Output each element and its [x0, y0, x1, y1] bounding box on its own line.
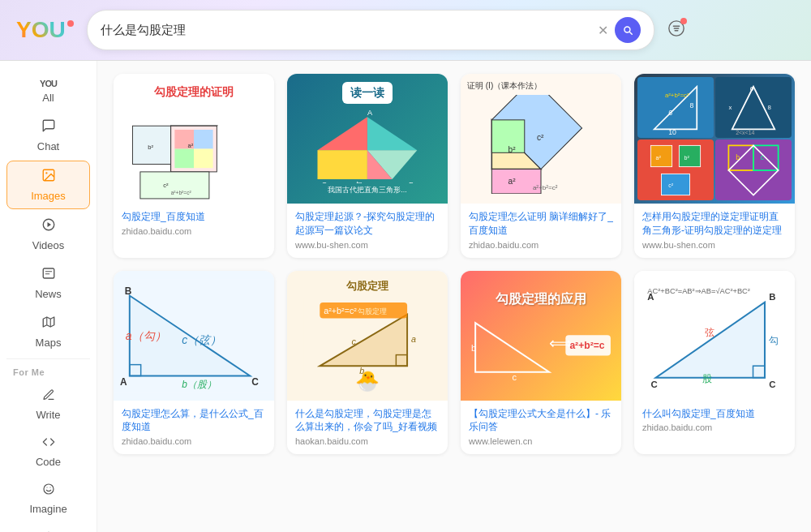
svg-marker-21 [367, 117, 417, 150]
svg-text:A: A [367, 109, 373, 117]
image-grid: 勾股定理的证明 [114, 74, 795, 454]
search-input[interactable] [101, 24, 598, 37]
card7-title: 【勾股定理公式大全是什么】- 乐乐问答 [469, 407, 613, 435]
svg-text:AC²+BC²=AB²⇒AB=√AC²+BC²: AC²+BC²=AB²⇒AB=√AC²+BC² [647, 287, 750, 295]
image-card-1[interactable]: 勾股定理的证明 [114, 74, 274, 258]
image-card-8[interactable]: A B C C 弦 勾 股 AC²+BC²=AB²⇒AB=√AC²+BC² [634, 271, 795, 455]
svg-point-5 [44, 484, 54, 494]
svg-text:B: B [769, 291, 775, 301]
image-card-5[interactable]: c（弦） a（勾） B A C b（股） 勾股定理怎么算，是什么公式_百度知道 … [114, 271, 274, 455]
images-icon [41, 168, 56, 187]
card2-bottom-text: 我国古代把直角三角形... [328, 185, 407, 195]
sidebar-item-write[interactable]: Write [6, 382, 90, 427]
card6-title-text: 勾股定理 [346, 279, 388, 294]
sidebar-item-all[interactable]: YOU All [6, 72, 90, 110]
svg-text:8: 8 [768, 103, 772, 110]
card5-domain: zhidao.baidu.com [122, 436, 266, 446]
svg-text:8: 8 [690, 101, 694, 109]
videos-icon [41, 217, 56, 236]
sidebar-item-news[interactable]: News [6, 260, 90, 307]
sidebar-label-code: Code [36, 456, 61, 468]
image-card-7[interactable]: 勾股定理的应用 b c ⟺ a²+b²=c AC²+B [461, 271, 621, 455]
search-clear-button[interactable]: ✕ [598, 23, 608, 38]
svg-rect-16 [194, 149, 213, 169]
write-icon [42, 388, 55, 405]
svg-text:b: b [471, 343, 476, 353]
card1-title: 勾股定理_百度知道 [122, 210, 266, 224]
card4-sq1: a² b² c² [647, 142, 704, 199]
sidebar-item-maps[interactable]: Maps [6, 308, 90, 355]
svg-text:b（股）: b（股） [182, 379, 217, 390]
card6-domain: haokan.baidu.com [295, 436, 440, 446]
svg-text:6: 6 [750, 85, 754, 92]
sidebar-label-imagine: Imagine [29, 503, 67, 515]
sidebar-item-images[interactable]: Images [6, 161, 90, 209]
card-image-5: c（弦） a（勾） B A C b（股） [114, 271, 274, 401]
svg-text:c²: c² [163, 182, 169, 189]
svg-rect-14 [194, 130, 213, 149]
filter-button[interactable] [667, 19, 685, 41]
card4-info: 怎样用勾股定理的逆定理证明直角三角形-证明勾股定理的逆定理 www.bu-she… [634, 204, 795, 258]
svg-text:10: 10 [668, 128, 676, 136]
card8-domain: zhidao.baidu.com [642, 423, 787, 432]
image-card-6[interactable]: 勾股定理 c a b a²+b²=c² [287, 271, 448, 455]
card2-info: 勾股定理起源？-探究勾股定理的起源写一篇议论文 www.bu-shen.com [287, 204, 448, 258]
svg-text:c: c [761, 152, 765, 161]
card7-info: 【勾股定理公式大全是什么】- 乐乐问答 www.lelewen.cn [461, 401, 621, 455]
sidebar-item-chat[interactable]: Chat [6, 112, 90, 159]
card2-title: 勾股定理起源？-探究勾股定理的起源写一篇议论文 [295, 210, 440, 238]
imagine-icon [42, 483, 55, 500]
svg-marker-78 [475, 323, 549, 372]
card4-title: 怎样用勾股定理的逆定理证明直角三角形-证明勾股定理的逆定理 [642, 210, 787, 238]
card7-domain: www.lelewen.cn [469, 436, 613, 446]
svg-rect-50 [679, 145, 700, 166]
card-image-2: 读一读 勾 C B A [287, 74, 448, 204]
image-card-4[interactable]: 6 8 10 a²+b²=c² 6 x [634, 74, 795, 258]
svg-text:B: B [409, 181, 414, 183]
card2-domain: www.bu-shen.com [295, 240, 440, 250]
svg-rect-51 [662, 174, 690, 195]
sidebar-divider [6, 358, 90, 359]
logo: YOU [16, 17, 74, 43]
card6-info: 什么是勾股定理，勾股定理是怎么算出来的，你会了吗_好看视频 haokan.bai… [287, 401, 448, 455]
svg-text:a²+b²=c²: a²+b²=c² [324, 305, 357, 315]
sidebar-item-code[interactable]: Code [6, 429, 90, 474]
content-area: 勾股定理的证明 [97, 61, 811, 532]
svg-rect-23 [318, 150, 367, 179]
card3-title: 勾股定理怎么证明 脑详细解好了_百度知道 [469, 210, 613, 238]
image-card-3[interactable]: 证明 (I)（课本作法） b² c² [461, 74, 621, 258]
svg-rect-4 [43, 268, 54, 278]
search-icon [622, 24, 633, 36]
sidebar-item-videos[interactable]: Videos [6, 211, 90, 258]
svg-marker-22 [318, 117, 367, 150]
image-card-2[interactable]: 读一读 勾 C B A [287, 74, 448, 258]
svg-text:2<x<14: 2<x<14 [736, 130, 754, 135]
maps-icon [41, 315, 56, 333]
svg-text:勾: 勾 [769, 335, 779, 346]
card1-domain: zhidao.baidu.com [122, 226, 266, 236]
svg-rect-49 [650, 145, 672, 166]
sidebar-item-imagine[interactable]: Imagine [6, 476, 90, 521]
card6-char: 🐣 [355, 370, 380, 393]
card7-diagram: b c ⟺ a²+b²=c AC²+BC²=AB²⇒AB=√AC²+BC² [467, 315, 615, 380]
svg-text:a²+b²=c²: a²+b²=c² [665, 91, 689, 98]
card4-sq2: b c [725, 142, 782, 199]
search-button[interactable] [615, 17, 641, 43]
svg-text:b²: b² [508, 145, 517, 154]
card3-domain: zhidao.baidu.com [469, 240, 613, 250]
svg-text:股: 股 [702, 372, 712, 384]
card5-title: 勾股定理怎么算，是什么公式_百度知道 [122, 407, 266, 435]
card2-diagram: 勾 C B A 图1-1 [301, 109, 434, 183]
card8-title: 什么叫勾股定理_百度知道 [642, 407, 787, 421]
sidebar-label-all: All [42, 92, 54, 104]
card8-diagram: A B C C 弦 勾 股 AC²+BC²=AB²⇒AB=√AC²+BC² [639, 276, 790, 396]
card-image-4: 6 8 10 a²+b²=c² 6 x [634, 74, 795, 204]
sidebar-label-images: Images [31, 190, 66, 202]
card3-diagram: b² c² a² a²+b²=c² [467, 95, 615, 194]
card-image-6: 勾股定理 c a b a²+b²=c² [287, 271, 448, 401]
card1-title-text: 勾股定理的证明 [125, 85, 263, 100]
search-bar: ✕ [87, 10, 654, 50]
svg-rect-15 [174, 149, 194, 169]
sidebar-item-study[interactable]: Study [6, 523, 90, 532]
svg-text:A: A [120, 376, 127, 388]
